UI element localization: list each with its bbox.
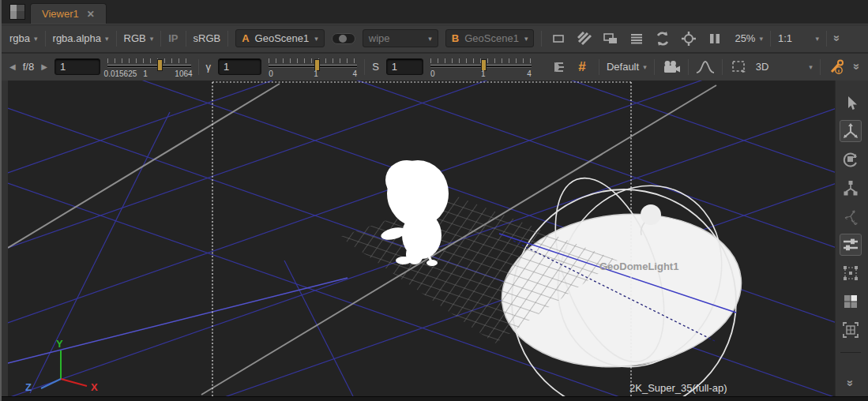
multi-view-sliders-button[interactable] — [840, 234, 862, 256]
divider — [541, 31, 542, 47]
scanlines-button[interactable] — [627, 29, 646, 48]
divider — [45, 31, 46, 47]
slider-tick-label: 0 — [269, 69, 273, 78]
saturation-label: S — [372, 61, 379, 73]
input-a-dropdown[interactable]: A GeoScene1 ▾ — [235, 29, 325, 47]
grid-handles-icon — [842, 264, 859, 282]
bell-curve-icon — [696, 60, 715, 74]
divider — [722, 59, 723, 75]
divider — [820, 59, 821, 75]
slider-tick-label: 1 — [481, 69, 486, 78]
next-fstop-button[interactable]: ▶ — [41, 62, 47, 71]
axis-y-label: Y — [56, 338, 63, 350]
gaussian-button[interactable] — [696, 58, 715, 77]
tab-bar: Viewer1 ✕ — [2, 0, 868, 24]
chevron-down-icon: ▾ — [428, 35, 432, 43]
divider — [688, 59, 689, 75]
chevron-down-icon: ▾ — [759, 35, 763, 43]
marquee-select-icon — [731, 60, 747, 74]
checkerboard-button[interactable] — [575, 29, 594, 48]
lut-preset-value: Default — [607, 61, 639, 73]
refresh-button[interactable] — [653, 29, 672, 48]
proxy-ratio-dropdown[interactable]: 1:1 ▾ — [778, 32, 819, 44]
divider — [599, 59, 599, 75]
translate-icon — [842, 122, 859, 140]
divider — [364, 59, 365, 75]
pointer-icon — [843, 95, 859, 111]
transform-handles-button[interactable] — [840, 205, 862, 227]
sliders-icon — [842, 236, 859, 253]
scale-hierarchy-icon — [842, 179, 859, 197]
lut-preset-dropdown[interactable]: Default ▾ — [607, 61, 647, 73]
frame-view-button[interactable] — [840, 319, 862, 341]
gain-slider-handle[interactable] — [157, 59, 163, 71]
diagonal-stripes-icon — [577, 32, 592, 46]
chevron-down-icon: ▾ — [524, 35, 528, 43]
collapse-toolbar-chevron[interactable]: » — [850, 63, 863, 69]
divider — [198, 59, 199, 75]
input-process-button[interactable]: IP — [168, 32, 178, 44]
axis-z-label: Z — [25, 381, 32, 393]
grid-snap-button[interactable]: # — [573, 58, 592, 77]
monitor-out-button[interactable] — [601, 29, 620, 48]
channels-dropdown[interactable]: rgba ▾ — [9, 32, 38, 44]
zoom-level-dropdown[interactable]: 25% ▾ — [735, 32, 763, 44]
fstop-label: f/8 — [23, 61, 34, 73]
gain-slider[interactable]: 0.015625 1 1064 — [107, 56, 191, 78]
gain-input[interactable]: 1 — [54, 58, 100, 75]
viewport-3d[interactable]: 0x1 GeoDomeLight1 2K_Super_35 — [8, 81, 836, 396]
color-sample-warning-icon — [829, 59, 846, 75]
wipe-mode-dropdown[interactable]: wipe ▾ — [363, 29, 438, 47]
prev-fstop-button[interactable]: ◀ — [9, 62, 16, 71]
chevron-down-icon: ▾ — [34, 35, 38, 43]
camera-icon — [662, 60, 681, 74]
marquee-select-button[interactable] — [730, 58, 749, 77]
pause-button[interactable] — [705, 29, 724, 48]
scanlines-icon — [629, 32, 644, 46]
close-icon[interactable]: ✕ — [87, 9, 95, 20]
grid-hash-icon: # — [578, 59, 585, 75]
region-handles-button[interactable] — [840, 262, 862, 284]
bottom-panel-edge — [2, 396, 868, 401]
view-mode-dropdown[interactable]: 3D ▾ — [756, 61, 813, 73]
translate-tool-button[interactable] — [840, 120, 862, 142]
gamma-slider[interactable]: 0 1 4 — [269, 56, 357, 78]
saturation-input[interactable]: 1 — [386, 58, 423, 75]
collapse-sidebar-chevron[interactable]: » — [844, 380, 858, 386]
tab-title: Viewer1 — [42, 8, 79, 20]
color-sample-warning-button[interactable] — [828, 58, 847, 77]
saturation-slider[interactable]: 0 1 4 — [430, 56, 532, 78]
input-b-value: GeoScene1 — [464, 32, 519, 44]
camera-button[interactable] — [662, 58, 681, 77]
pane-layout-icon[interactable] — [9, 4, 25, 20]
nuke-viewer-window: Viewer1 ✕ rgba ▾ rgba.alpha ▾ RGB ▾ IP s… — [0, 0, 868, 401]
tab-viewer1[interactable]: Viewer1 ✕ — [30, 3, 107, 24]
divider — [186, 31, 186, 47]
roi-button[interactable] — [679, 29, 698, 48]
chevron-down-icon: ▾ — [815, 35, 819, 43]
wipe-label: wipe — [369, 32, 390, 44]
slider-track — [107, 65, 191, 68]
slider-ticks — [269, 58, 357, 63]
slider-tick-label: 1 — [143, 69, 148, 78]
display-window-button[interactable] — [549, 29, 568, 48]
slider-tick-label: 0.015625 — [104, 69, 137, 78]
select-tool-button[interactable] — [840, 92, 862, 114]
dome-light-sphere[interactable] — [641, 204, 661, 225]
axis-arrows-icon — [842, 208, 859, 225]
collapse-toolbar-chevron[interactable]: » — [831, 35, 844, 41]
quad-view-button[interactable] — [840, 290, 862, 313]
slider-tick-label: 4 — [353, 69, 358, 78]
gamma-input[interactable]: 1 — [218, 58, 261, 75]
scale-tool-button[interactable] — [840, 177, 862, 199]
input-b-dropdown[interactable]: B GeoScene1 ▾ — [445, 29, 535, 47]
rotate-tool-button[interactable] — [840, 148, 862, 171]
alpha-channel-dropdown[interactable]: rgba.alpha ▾ — [53, 32, 109, 44]
wipe-toggle[interactable] — [332, 33, 355, 44]
viewer-toolbar-gain: ◀ f/8 ▶ 1 0.015625 1 1064 γ 1 0 1 4 S 1 — [2, 52, 868, 81]
headlamp-button[interactable] — [547, 58, 566, 77]
viewer-lut-button[interactable]: sRGB — [194, 32, 221, 44]
quad-view-icon — [842, 293, 859, 310]
display-mode-dropdown[interactable]: RGB ▾ — [124, 32, 154, 44]
chevron-down-icon: ▾ — [314, 35, 318, 43]
